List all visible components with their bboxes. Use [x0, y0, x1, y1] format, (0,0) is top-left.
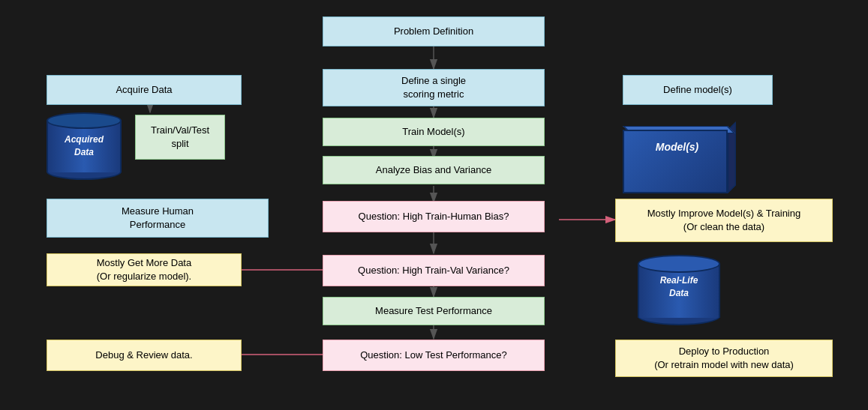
measure-human-label: Measure Human Performance [122, 205, 194, 232]
reallife-data-cylinder-label: Real-Life Data [638, 274, 720, 300]
define-scoring-label: Define a single scoring metric [401, 74, 466, 101]
acquired-data-cylinder: Acquired Data [47, 112, 122, 187]
question-low-test-label: Question: Low Test Performance? [360, 349, 507, 362]
acquired-data-cylinder-label: Acquired Data [47, 133, 122, 159]
mostly-get-data-box: Mostly Get More Data (Or regularize mode… [47, 253, 242, 286]
problem-definition-label: Problem Definition [394, 25, 473, 38]
problem-definition-box: Problem Definition [323, 16, 545, 46]
question-train-val-box: Question: High Train-Val Variance? [323, 255, 545, 286]
define-models-box: Define model(s) [623, 75, 773, 105]
acquire-data-label: Acquire Data [116, 83, 172, 97]
reallife-data-cylinder: Real-Life Data [638, 255, 720, 330]
deploy-production-label: Deploy to Production (Or retrain model w… [654, 345, 794, 372]
trainvaltest-box: Train/Val/Test split [135, 115, 225, 160]
mostly-improve-label: Mostly Improve Model(s) & Training (Or c… [647, 207, 800, 234]
define-scoring-box: Define a single scoring metric [323, 69, 545, 106]
measure-test-label: Measure Test Performance [375, 304, 492, 318]
measure-human-box: Measure Human Performance [47, 199, 269, 238]
mostly-improve-box: Mostly Improve Model(s) & Training (Or c… [615, 199, 833, 242]
analyze-bias-label: Analyze Bias and Variance [376, 163, 491, 177]
diagram: Problem Definition Define model(s) Acqui… [0, 0, 868, 410]
mostly-get-data-label: Mostly Get More Data (Or regularize mode… [97, 256, 191, 283]
debug-review-box: Debug & Review data. [47, 340, 242, 371]
question-train-val-label: Question: High Train-Val Variance? [358, 264, 509, 277]
models-cuboid-label: Model(s) [626, 141, 728, 153]
debug-review-label: Debug & Review data. [95, 349, 192, 362]
analyze-bias-box: Analyze Bias and Variance [323, 156, 545, 184]
train-models-label: Train Model(s) [402, 125, 464, 139]
question-train-human-label: Question: High Train-Human Bias? [359, 210, 509, 223]
train-models-box: Train Model(s) [323, 118, 545, 146]
question-train-human-box: Question: High Train-Human Bias? [323, 201, 545, 232]
deploy-production-box: Deploy to Production (Or retrain model w… [615, 340, 833, 377]
models-cuboid: Model(s) [623, 118, 743, 193]
acquire-data-box: Acquire Data [47, 75, 242, 105]
measure-test-box: Measure Test Performance [323, 297, 545, 325]
question-low-test-box: Question: Low Test Performance? [323, 340, 545, 371]
define-models-label: Define model(s) [663, 83, 732, 97]
trainvaltest-label: Train/Val/Test split [151, 124, 209, 151]
